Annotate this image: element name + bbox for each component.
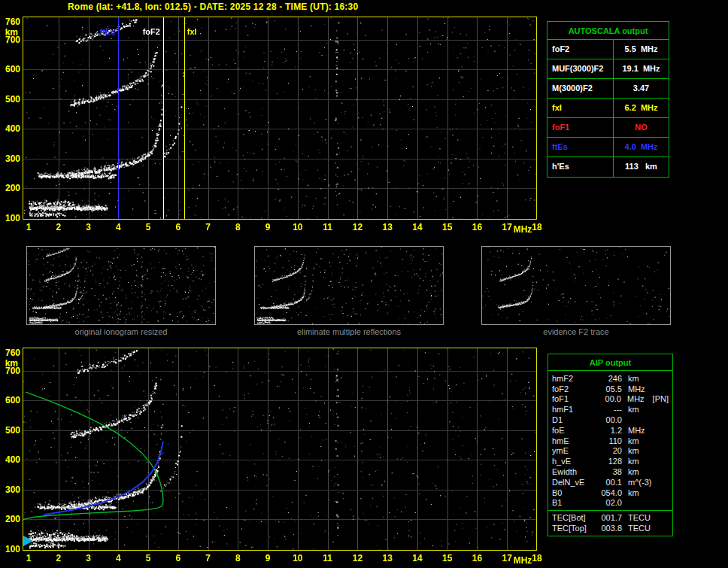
x-tick-label: 3 [77, 554, 100, 563]
parameter-label: foF1 [548, 118, 614, 137]
y-tick-label: 600 [0, 396, 20, 405]
parameter-label: foF2 [548, 40, 614, 59]
parameter-unit: km [622, 467, 654, 476]
parameter-label: TEC[Bot] [552, 513, 595, 522]
parameter-unit: km [622, 374, 654, 383]
parameter-unit: TECU [622, 524, 654, 533]
x-tick-label: 2 [47, 223, 70, 232]
y-tick-label: 100 [0, 545, 20, 554]
parameter-value: 003.8 [595, 524, 622, 533]
parameter-value: 4.0 MHz [614, 138, 669, 156]
autoscala-screen: Rome (lat: +41.8, lon: 012.5) - DATE: 20… [0, 0, 728, 568]
parameter-label: D1 [552, 415, 595, 424]
parameter-value: 110 [595, 436, 622, 445]
parameter-value: 6.2 MHz [614, 99, 669, 117]
y-tick-label: 600 [0, 65, 20, 74]
parameter-unit: MHz [622, 384, 654, 393]
parameter-value: 00.0 [594, 394, 621, 403]
thumbnail-f2-evidence [481, 246, 671, 325]
x-tick-label: 13 [376, 554, 399, 563]
bottom-ionogram-canvas [23, 348, 536, 550]
parameter-value: 246 [595, 374, 622, 383]
x-tick-label: 6 [167, 554, 190, 563]
page-title: Rome (lat: +41.8, lon: 012.5) - DATE: 20… [68, 2, 358, 12]
thumbnail-caption-f2: evidence F2 trace [481, 327, 671, 336]
autoscala-table-row: MUF(3000)F2 19.1 MHz [548, 59, 669, 79]
parameter-label: hmF2 [552, 374, 595, 383]
parameter-unit: m^(-3) [622, 478, 654, 487]
aip-table-header: AIP output [548, 354, 672, 371]
autoscala-table-row: foF1 NO [548, 118, 669, 138]
x-tick-label: 5 [137, 554, 159, 563]
parameter-label: Ewidth [552, 467, 595, 476]
aip-table-row: foE 1.2 MHz [548, 425, 672, 436]
parameter-value: 1.2 [595, 426, 622, 435]
thumbnail-f2-canvas [482, 247, 670, 324]
marker-label-fxi: fxI [187, 27, 216, 36]
x-tick-label: 7 [197, 223, 220, 232]
y-tick-label: 300 [0, 154, 20, 164]
parameter-value: --- [595, 405, 622, 414]
thumbnail-eliminate-canvas [255, 247, 443, 324]
y-tick-label: 760 [0, 348, 20, 358]
top-ionogram-canvas [23, 17, 536, 219]
parameter-label: foF2 [552, 384, 595, 393]
parameter-value: 38 [595, 467, 622, 476]
marker-label-ftes: ftEs [86, 27, 115, 36]
x-tick-label: 3 [77, 223, 100, 232]
parameter-label: B1 [552, 498, 595, 507]
bottom-ionogram-plot [23, 348, 537, 551]
parameter-label: B0 [552, 488, 595, 497]
parameter-value: 5.5 MHz [614, 40, 669, 59]
parameter-value: 128 [595, 457, 622, 466]
x-tick-label: 6 [167, 223, 190, 232]
y-tick-label: 500 [0, 95, 20, 105]
parameter-value: 054.0 [595, 488, 622, 497]
parameter-label: M(3000)F2 [548, 79, 614, 98]
parameter-value: NO [614, 118, 669, 137]
aip-table-row: B1 02.0 [548, 498, 672, 509]
aip-table-row: h_vE 128 km [548, 456, 672, 466]
x-tick-label: 14 [406, 223, 429, 232]
autoscala-table-header: AUTOSCALA output [548, 22, 669, 40]
parameter-value: 3.47 [614, 79, 669, 98]
x-tick-label: 14 [406, 554, 429, 563]
parameter-note: [PN] [653, 394, 669, 403]
parameter-unit: MHz [622, 426, 654, 435]
autoscala-table-row: ftEs 4.0 MHz [548, 138, 669, 157]
top-ionogram-plot [23, 17, 537, 220]
autoscala-output-table: AUTOSCALA output foF2 5.5 MHz MUF(3000)F… [547, 21, 669, 178]
x-tick-label: 12 [346, 223, 369, 232]
aip-table-rows: hmF2 246 km foF2 05.5 MHz foF1 00.0 MHz [548, 373, 672, 508]
y-tick-label: 300 [0, 485, 20, 495]
parameter-label: DelN_vE [552, 478, 595, 487]
aip-table-row: B0 054.0 km [548, 488, 672, 498]
x-tick-label: 2 [47, 554, 70, 563]
x-tick-label: 7 [197, 554, 220, 563]
aip-table-row: DelN_vE 00.1 m^(-3) [548, 477, 672, 488]
y-tick-label: 760 [0, 17, 20, 27]
parameter-label: ymE [552, 446, 595, 455]
aip-table-row: Ewidth 38 km [548, 466, 672, 477]
x-tick-label: 16 [466, 223, 488, 232]
parameter-unit: km [622, 436, 654, 445]
x-tick-label: 11 [317, 223, 339, 232]
x-tick-label: 9 [256, 223, 279, 232]
autoscala-table-row: fxI 6.2 MHz [548, 99, 669, 118]
thumbnail-original-canvas [27, 247, 215, 324]
parameter-label: h_vE [552, 457, 595, 466]
marker-label-fof2: foF2 [132, 27, 160, 36]
x-tick-label: 8 [226, 223, 249, 232]
parameter-label: ftEs [548, 138, 614, 156]
y-tick-label: 400 [0, 455, 20, 465]
aip-tec-rows: TEC[Bot] 001.7 TECU TEC[Top] 003.8 TECU [548, 510, 672, 533]
x-tick-label: 10 [287, 554, 309, 563]
y-tick-label: 400 [0, 124, 20, 134]
autoscala-table-row: M(3000)F2 3.47 [548, 79, 669, 99]
aip-table-row: ymE 20 km [548, 446, 672, 457]
parameter-unit: km [622, 405, 654, 414]
parameter-value: 00.1 [595, 478, 622, 487]
parameter-label: hmF1 [552, 405, 595, 414]
y-tick-label: 500 [0, 426, 20, 436]
x-tick-label: 1 [17, 223, 40, 232]
